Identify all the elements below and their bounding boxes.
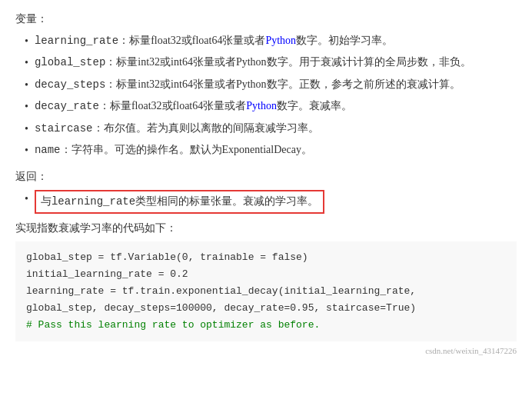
param-desc: ：标量int32或int64张量或者Python数字。正数，参考之前所述的衰减计… bbox=[105, 78, 460, 90]
bullet-icon: • bbox=[25, 77, 28, 94]
python-link[interactable]: Python bbox=[246, 100, 277, 111]
param-desc: ：标量float32或float64张量或者 bbox=[99, 100, 246, 111]
bullet-icon: • bbox=[25, 98, 28, 115]
param-name: global_step bbox=[35, 56, 105, 68]
param-name: staircase bbox=[35, 122, 93, 135]
return-param-name: learning_rate bbox=[52, 195, 135, 208]
bullet-icon: • bbox=[25, 55, 28, 72]
param-desc: ：标量int32或int64张量或者Python数字。用于衰减计计算的全局步数，… bbox=[105, 56, 470, 68]
list-item: • learning_rate：标量float32或float64张量或者Pyt… bbox=[15, 32, 517, 50]
bullet-icon: • bbox=[25, 142, 28, 159]
param-content: decay_rate：标量float32或float64张量或者Python数字… bbox=[35, 98, 517, 115]
code-line-1: global_step = tf.Variable(0, trainable =… bbox=[26, 251, 416, 314]
param-desc2: 数字。衰减率。 bbox=[277, 100, 352, 111]
bullet-icon: • bbox=[25, 33, 28, 50]
watermark: csdn.net/weixin_43147226 bbox=[15, 346, 517, 355]
param-desc: ：布尔值。若为真则以离散的间隔衰减学习率。 bbox=[93, 122, 319, 134]
list-item: • decay_rate：标量float32或float64张量或者Python… bbox=[15, 98, 517, 115]
impl-text: 实现指数衰减学习率的代码如下： bbox=[15, 221, 517, 235]
param-desc2: 数字。初始学习率。 bbox=[296, 35, 393, 46]
param-content: decay_steps：标量int32或int64张量或者Python数字。正数… bbox=[35, 76, 517, 93]
code-block: global_step = tf.Variable(0, trainable =… bbox=[15, 241, 517, 341]
param-name: decay_rate bbox=[35, 100, 99, 112]
variables-section: 变量： • learning_rate：标量float32或float64张量或… bbox=[15, 12, 517, 159]
param-name: name bbox=[35, 144, 61, 156]
list-item: • decay_steps：标量int32或int64张量或者Python数字。… bbox=[15, 76, 517, 94]
param-content: global_step：标量int32或int64张量或者Python数字。用于… bbox=[35, 54, 517, 71]
return-list: • 与learning_rate类型相同的标量张量。衰减的学习率。 bbox=[15, 190, 517, 213]
list-item: • name：字符串。可选的操作名。默认为ExponentialDecay。 bbox=[15, 141, 517, 159]
param-name: learning_rate bbox=[35, 35, 118, 47]
list-item: • global_step：标量int32或int64张量或者Python数字。… bbox=[15, 54, 517, 72]
python-link[interactable]: Python bbox=[265, 35, 296, 46]
bullet-icon: • bbox=[25, 121, 28, 138]
param-desc: ：标量float32或float64张量或者 bbox=[118, 35, 265, 46]
variables-title: 变量： bbox=[15, 12, 517, 26]
param-content: learning_rate：标量float32或float64张量或者Pytho… bbox=[35, 32, 517, 49]
bullet-icon: • bbox=[25, 191, 28, 208]
code-comment: # Pass this learning rate to optimizer a… bbox=[26, 319, 320, 331]
param-content: name：字符串。可选的操作名。默认为ExponentialDecay。 bbox=[35, 141, 517, 158]
params-list: • learning_rate：标量float32或float64张量或者Pyt… bbox=[15, 32, 517, 159]
return-highlighted: 与learning_rate类型相同的标量张量。衰减的学习率。 bbox=[35, 190, 324, 213]
param-content: staircase：布尔值。若为真则以离散的间隔衰减学习率。 bbox=[35, 120, 517, 137]
list-item: • staircase：布尔值。若为真则以离散的间隔衰减学习率。 bbox=[15, 120, 517, 138]
param-desc: ：字符串。可选的操作名。默认为ExponentialDecay。 bbox=[61, 144, 312, 155]
return-section: 返回： • 与learning_rate类型相同的标量张量。衰减的学习率。 bbox=[15, 170, 517, 213]
list-item: • 与learning_rate类型相同的标量张量。衰减的学习率。 bbox=[15, 190, 517, 213]
return-title: 返回： bbox=[15, 170, 517, 184]
param-name: decay_steps bbox=[35, 78, 105, 91]
